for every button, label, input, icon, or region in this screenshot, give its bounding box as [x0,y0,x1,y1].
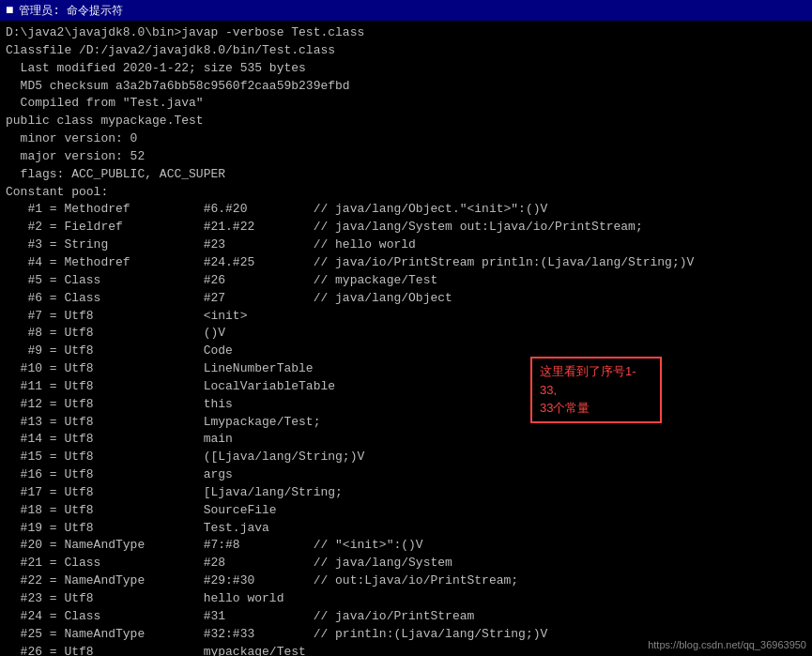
console-line: Last modified 2020-1-22; size 535 bytes [6,60,806,78]
console-line: #14 = Utf8 main [6,431,806,449]
console-line: #17 = Utf8 [Ljava/lang/String; [6,484,806,502]
console-line: #18 = Utf8 SourceFile [6,502,806,520]
annotation-box: 这里看到了序号1-33,33个常量 [530,357,662,423]
console-line: #9 = Utf8 Code [6,343,806,360]
console-line: flags: ACC_PUBLIC, ACC_SUPER [6,166,806,184]
console-line: #13 = Utf8 Lmypackage/Test; [6,414,806,432]
title-bar: ■ 管理员: 命令提示符 [0,0,812,21]
console-line: #15 = Utf8 ([Ljava/lang/String;)V [6,449,806,466]
console-line: #19 = Utf8 Test.java [6,520,806,538]
console-line: #11 = Utf8 LocalVariableTable [6,378,806,396]
console-line: #10 = Utf8 LineNumberTable [6,360,806,378]
console-line: MD5 checksum a3a2b7a6bb58c9560f2caa59b23… [6,78,806,96]
console-line: Classfile /D:/java2/javajdk8.0/bin/Test.… [6,42,806,60]
console-line: Constant pool: [6,184,806,202]
title-bar-label: 管理员: 命令提示符 [19,3,122,19]
console-line: #21 = Class #28 // java/lang/System [6,555,806,572]
console-line: #4 = Methodref #24.#25 // java/io/PrintS… [6,254,806,272]
console-line: #24 = Class #31 // java/io/PrintStream [6,608,806,626]
console-line: #22 = NameAndType #29:#30 // out:Ljava/i… [6,572,806,590]
console-line: #5 = Class #26 // mypackage/Test [6,272,806,290]
console-line: #3 = String #23 // hello world [6,236,806,254]
console-line: #16 = Utf8 args [6,466,806,484]
console-body: D:\java2\javajdk8.0\bin>javap -verbose T… [0,21,812,656]
console-line: Compiled from "Test.java" [6,95,806,113]
console-output: D:\java2\javajdk8.0\bin>javap -verbose T… [6,24,806,656]
annotation-text: 这里看到了序号1-33,33个常量 [540,364,636,415]
console-line: minor version: 0 [6,130,806,148]
console-line: major version: 52 [6,148,806,166]
console-line: #7 = Utf8 <init> [6,308,806,326]
console-line: #8 = Utf8 ()V [6,325,806,343]
console-line: #23 = Utf8 hello world [6,590,806,608]
console-line: D:\java2\javajdk8.0\bin>javap -verbose T… [6,24,806,42]
console-line: public class mypackage.Test [6,113,806,130]
cmd-icon: ■ [6,3,13,18]
console-line: #6 = Class #27 // java/lang/Object [6,290,806,308]
console-line: #20 = NameAndType #7:#8 // "<init>":()V [6,537,806,555]
watermark: https://blog.csdn.net/qq_36963950 [648,639,806,650]
console-line: #2 = Fieldref #21.#22 // java/lang/Syste… [6,219,806,236]
console-line: #12 = Utf8 this [6,396,806,414]
console-line: #1 = Methodref #6.#20 // java/lang/Objec… [6,201,806,219]
